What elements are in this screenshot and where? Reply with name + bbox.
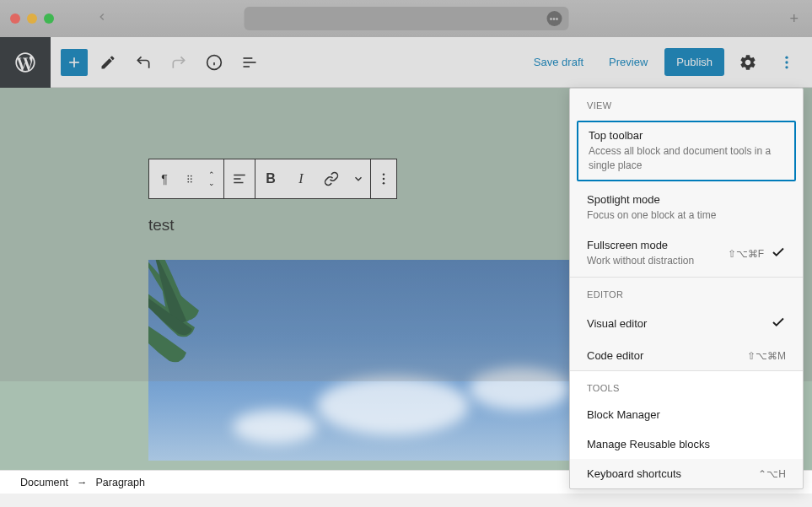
publish-button[interactable]: Publish xyxy=(664,48,724,76)
more-options-button[interactable] xyxy=(772,47,802,78)
svg-point-11 xyxy=(187,175,189,177)
menu-item-desc: Focus on one block at a time xyxy=(587,208,786,223)
menu-item-code-editor[interactable]: Code editor ⇧⌥⌘M xyxy=(570,341,803,370)
bold-button[interactable]: B xyxy=(255,159,286,198)
options-menu: View Top toolbar Access all block and do… xyxy=(569,88,804,489)
reader-icon[interactable]: ••• xyxy=(546,11,562,26)
outline-button[interactable] xyxy=(234,47,265,78)
menu-item-desc: Work without distraction xyxy=(587,254,719,268)
settings-button[interactable] xyxy=(733,47,763,78)
menu-section-tools: Tools xyxy=(570,371,803,400)
block-more-icon[interactable] xyxy=(371,159,396,198)
preview-button[interactable]: Preview xyxy=(600,49,656,75)
menu-item-keyboard-shortcuts[interactable]: Keyboard shortcuts ⌃⌥H xyxy=(570,459,803,488)
block-toolbar: ¶ ⌃ ⌄ B I xyxy=(148,159,397,199)
menu-item-title: Top toolbar xyxy=(589,129,784,142)
menu-item-fullscreen[interactable]: Fullscreen mode Work without distraction… xyxy=(570,230,803,277)
svg-point-13 xyxy=(187,178,189,180)
menu-item-title: Keyboard shortcuts xyxy=(587,467,681,480)
menu-item-title: Code editor xyxy=(587,349,643,362)
shortcut-label: ⇧⌥⌘M xyxy=(747,350,786,362)
shortcut-label: ⇧⌥⌘F xyxy=(728,248,764,260)
svg-point-12 xyxy=(191,175,192,177)
wordpress-logo[interactable] xyxy=(0,37,51,88)
menu-section-view: View xyxy=(570,89,803,117)
browser-titlebar: ••• + xyxy=(0,0,812,37)
svg-point-16 xyxy=(191,181,192,183)
menu-item-manage-reusable[interactable]: Manage Reusable blocks xyxy=(570,429,803,459)
align-button[interactable] xyxy=(224,159,255,198)
menu-item-title: Visual editor xyxy=(587,317,647,330)
close-window-button[interactable] xyxy=(10,13,20,24)
menu-item-spotlight[interactable]: Spotlight mode Focus on one block at a t… xyxy=(570,185,803,231)
svg-point-20 xyxy=(383,173,385,175)
link-icon[interactable] xyxy=(316,159,347,198)
paragraph-block-icon[interactable]: ¶ xyxy=(149,159,180,198)
editor-topbar: Save draft Preview Publish xyxy=(0,37,812,88)
move-up-icon[interactable]: ⌃ xyxy=(200,170,223,179)
svg-point-8 xyxy=(785,56,788,58)
new-tab-button[interactable]: + xyxy=(789,10,799,28)
url-bar[interactable]: ••• xyxy=(244,7,568,30)
add-block-button[interactable] xyxy=(61,49,88,76)
svg-point-15 xyxy=(187,181,189,183)
menu-item-visual-editor[interactable]: Visual editor xyxy=(570,306,803,341)
drag-handle-icon[interactable] xyxy=(180,159,200,198)
info-button[interactable] xyxy=(199,47,229,78)
undo-button[interactable] xyxy=(128,47,159,78)
svg-point-21 xyxy=(383,178,385,181)
move-buttons[interactable]: ⌃ ⌄ xyxy=(200,159,223,198)
window-controls xyxy=(10,13,54,24)
menu-item-top-toolbar[interactable]: Top toolbar Access all block and documen… xyxy=(577,121,796,181)
minimize-window-button[interactable] xyxy=(27,13,37,24)
breadcrumb-current[interactable]: Paragraph xyxy=(95,477,144,488)
menu-item-block-manager[interactable]: Block Manager xyxy=(570,400,803,429)
check-icon xyxy=(771,245,786,262)
svg-point-9 xyxy=(785,61,788,63)
edit-mode-icon[interactable] xyxy=(93,47,123,78)
svg-point-10 xyxy=(785,66,788,68)
shortcut-label: ⌃⌥H xyxy=(758,468,786,480)
check-icon xyxy=(771,315,786,332)
breadcrumb-root[interactable]: Document xyxy=(20,477,68,488)
menu-item-title: Fullscreen mode xyxy=(587,239,719,251)
save-draft-button[interactable]: Save draft xyxy=(525,49,592,75)
italic-button[interactable]: I xyxy=(286,159,316,198)
breadcrumb-separator: → xyxy=(77,477,88,488)
menu-section-editor: Editor xyxy=(570,278,803,306)
back-button[interactable] xyxy=(96,11,108,26)
more-formatting-icon[interactable] xyxy=(347,159,370,198)
svg-point-22 xyxy=(383,182,385,185)
move-down-icon[interactable]: ⌄ xyxy=(200,179,223,187)
menu-item-title: Spotlight mode xyxy=(587,193,786,206)
svg-point-14 xyxy=(191,178,192,180)
menu-item-title: Manage Reusable blocks xyxy=(587,438,710,450)
menu-item-title: Block Manager xyxy=(587,408,660,421)
maximize-window-button[interactable] xyxy=(44,13,54,24)
redo-button[interactable] xyxy=(164,47,194,78)
menu-item-desc: Access all block and document tools in a… xyxy=(589,144,784,173)
